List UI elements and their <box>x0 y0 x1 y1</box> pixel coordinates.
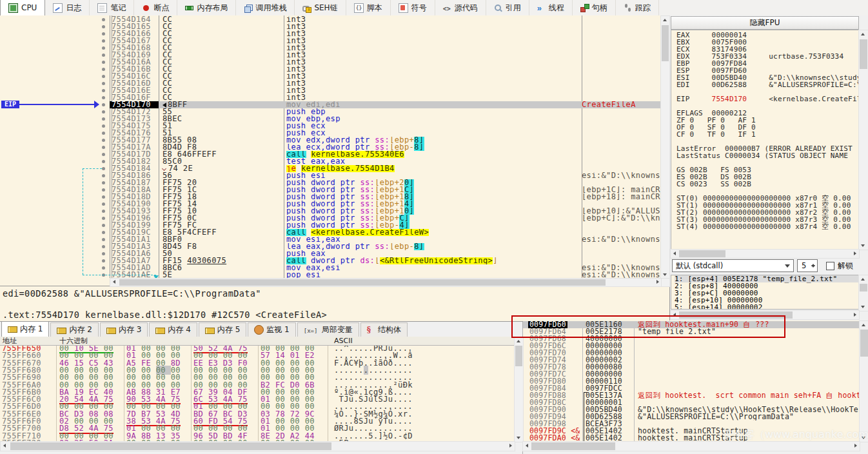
toolbar-tab-symbols[interactable]: 符号 <box>391 0 435 15</box>
breakpoint-column[interactable] <box>98 144 110 151</box>
register-line[interactable]: EBX 0075F000 <box>676 39 860 46</box>
disasm-row[interactable]: 7554D16ACCint3 <box>0 59 661 66</box>
disasm-row[interactable]: 7554D18285C0test eax,eax <box>0 158 661 165</box>
register-line[interactable]: ST(1) 00000000000000000000 x87r1 空 0.00 <box>676 202 860 209</box>
breakpoint-dot[interactable] <box>102 238 105 241</box>
breakpoint-dot[interactable] <box>102 124 105 128</box>
register-line[interactable]: ES 002B DS 002B <box>676 173 860 181</box>
disasm-row[interactable]: 7554D1A38D45 F8lea eax,dword ptr ss:[ebp… <box>0 243 661 250</box>
toolbar-tab-memory-map[interactable]: 内存布局 <box>177 0 236 15</box>
scroll-arrow-icon[interactable] <box>861 33 865 35</box>
scroll-thumb[interactable] <box>10 442 331 450</box>
toolbar-tab-script[interactable]: 脚本 <box>346 0 391 15</box>
breakpoint-dot[interactable] <box>102 231 105 234</box>
disasm-row[interactable]: 7554D166CCint3 <box>0 30 661 37</box>
toolbar-tab-cpu[interactable]: CPU <box>0 0 45 15</box>
register-line[interactable]: ESI 00D5BD40 &"D:\\knownsec\\study <box>676 74 860 81</box>
disasm-row[interactable]: 7554D1A650push eax <box>0 250 661 257</box>
disasm-row[interactable]: 7554D16BCCint3 <box>0 66 661 73</box>
scroll-arrow-icon[interactable] <box>854 252 856 255</box>
breakpoint-column[interactable] <box>98 236 110 243</box>
stack-row[interactable]: 0097FD7000000000 <box>523 350 860 357</box>
breakpoint-column[interactable] <box>98 215 110 222</box>
breakpoint-column[interactable] <box>98 44 110 52</box>
breakpoint-dot[interactable] <box>102 54 105 57</box>
breakpoint-column[interactable] <box>98 59 110 66</box>
stack-horizontal-scrollbar[interactable] <box>522 441 860 451</box>
hide-fpu-button[interactable]: 隐藏FPU <box>671 16 859 30</box>
register-line[interactable]: ZF 0 PF 0 AF 1 <box>676 117 860 124</box>
scroll-thumb[interactable] <box>860 330 868 357</box>
disasm-row[interactable]: 7554D1738BECmov ebp,esp <box>0 115 661 123</box>
disassembly-vertical-scrollbar[interactable] <box>660 15 670 279</box>
scroll-thumb[interactable] <box>119 279 606 286</box>
breakpoint-column[interactable] <box>98 123 110 130</box>
disasm-row[interactable]: 7554D169CCint3 <box>0 52 661 59</box>
breakpoint-dot[interactable] <box>102 167 105 170</box>
stack-row[interactable]: 0097FD8C00000001 <box>523 399 860 406</box>
registers-list[interactable]: EAX 00000014EBX 0075F000ECX 83174906EDX … <box>671 30 860 250</box>
breakpoint-dot[interactable] <box>102 245 105 248</box>
stack-arg-line[interactable]: 5: [esp+14] 00000002 <box>675 304 858 310</box>
toolbar-tab-source[interactable]: 源代码 <box>435 0 486 15</box>
disasm-row[interactable]: 7554D1A7FF15 40306075call dword ptr ds:[… <box>0 257 661 264</box>
breakpoint-dot[interactable] <box>102 61 105 64</box>
scroll-arrow-icon[interactable] <box>517 340 520 342</box>
register-line[interactable]: ST(2) 00000000000000000000 x87r2 空 0.00 <box>676 209 860 216</box>
breakpoint-dot[interactable] <box>102 224 105 227</box>
breakpoint-column[interactable] <box>98 16 110 23</box>
stack-row[interactable]: 0097FD8000000110 <box>523 378 860 385</box>
breakpoint-dot[interactable] <box>102 266 105 270</box>
breakpoint-column[interactable] <box>98 172 110 179</box>
breakpoint-dot[interactable] <box>102 259 105 262</box>
breakpoint-column[interactable] <box>98 186 110 193</box>
toolbar-tab-trace[interactable]: 跟踪 <box>616 0 659 15</box>
breakpoint-dot[interactable] <box>102 217 105 220</box>
stack-row[interactable]: 0097FD7800000080 <box>523 364 860 371</box>
disasm-row[interactable]: 7554D17651push ecx <box>0 130 661 137</box>
stack-rows[interactable]: 0097FD60005E1160返回到 hooktest.main+90 自 ?… <box>523 321 860 442</box>
scroll-arrow-icon[interactable] <box>861 306 865 308</box>
register-line[interactable] <box>676 103 860 110</box>
disasm-row[interactable]: 7554D193FF75 10push dword ptr ss:[ebp+10… <box>0 208 661 215</box>
register-line[interactable]: GS 002B FS 0053 <box>676 166 860 173</box>
disasm-row[interactable]: 7554D1778B55 08mov edx,dword ptr ss:[ebp… <box>0 137 661 144</box>
breakpoint-column[interactable] <box>98 137 110 144</box>
disasm-row[interactable]: 7554D16CCCint3 <box>0 73 661 80</box>
disasm-row[interactable]: 7554D199FF75 FCpush dword ptr ss:[ebp-4] <box>0 222 661 229</box>
dump-tab-watch1[interactable]: 监视 1 <box>248 322 295 337</box>
disasm-row[interactable]: 7554D19CE8 5F4CFEFFcall <kernelbase.Crea… <box>0 229 661 236</box>
stack-row[interactable]: 0097FD7C00000000 <box>523 371 860 378</box>
breakpoint-dot[interactable] <box>102 160 105 163</box>
disassembly-horizontal-scrollbar[interactable] <box>110 278 662 287</box>
register-line[interactable]: EDI 00D62588 &"ALLUSERSPROFILE=C:\ <box>676 81 860 88</box>
breakpoint-dot[interactable] <box>102 117 105 121</box>
dump-tab-mem3[interactable]: 内存 3 <box>100 322 148 337</box>
breakpoint-column[interactable] <box>98 130 110 137</box>
register-line[interactable]: ST(3) 00000000000000000000 x87r3 空 0.00 <box>676 216 860 223</box>
scroll-arrow-icon[interactable] <box>517 437 520 439</box>
breakpoint-dot[interactable] <box>102 75 105 78</box>
breakpoint-column[interactable] <box>98 87 110 94</box>
breakpoint-dot[interactable] <box>102 252 105 255</box>
args-vertical-scrollbar[interactable] <box>858 275 868 311</box>
dump-tab-mem5[interactable]: 内存 5 <box>199 322 246 337</box>
disasm-row[interactable]: 7554D17255push ebp <box>0 108 661 115</box>
registers-horizontal-scrollbar[interactable] <box>670 249 860 259</box>
hexdump-vertical-scrollbar[interactable] <box>514 337 524 442</box>
disasm-row[interactable]: 7554D196FF75 0Cpush dword ptr ss:[ebp+C]… <box>0 215 661 222</box>
scroll-arrow-icon[interactable] <box>656 280 659 284</box>
toolbar-tab-seh-chain[interactable]: SEH链 <box>295 0 346 15</box>
register-line[interactable]: EAX 00000014 <box>676 32 860 39</box>
scroll-arrow-icon[interactable] <box>854 444 857 448</box>
register-line[interactable]: LastStatus C0000034 (STATUS_OBJECT_NAME_ <box>676 152 860 159</box>
breakpoint-dot[interactable] <box>102 32 105 35</box>
scroll-arrow-icon[interactable] <box>861 278 865 281</box>
disasm-row[interactable]: 7554D168CCint3 <box>0 44 661 52</box>
toolbar-tab-handles[interactable]: 句柄 <box>573 0 616 15</box>
breakpoint-dot[interactable] <box>102 68 105 71</box>
scroll-thumb[interactable] <box>531 442 615 450</box>
stack-args-list[interactable]: 1: [esp+4] 005E2178 "temp_file_2.txt"2: … <box>671 275 859 310</box>
dump-tab-struct[interactable]: 结构体 <box>360 322 408 337</box>
disasm-row[interactable]: 7554D17A8D4D F8lea ecx,dword ptr ss:[ebp… <box>0 144 661 151</box>
